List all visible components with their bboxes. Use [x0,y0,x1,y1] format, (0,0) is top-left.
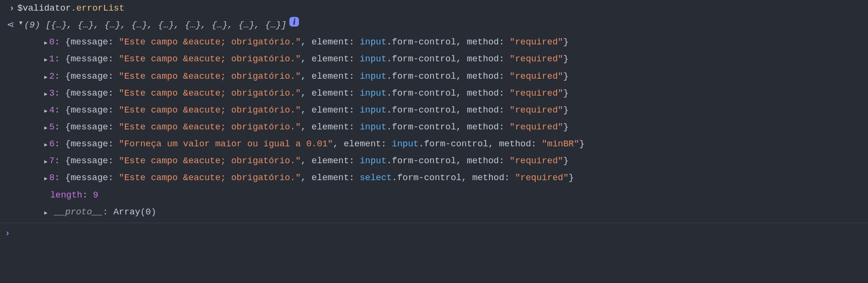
prop-key-message: message: [70,139,119,149]
prop-val-element-tag: input [392,139,419,149]
prop-key-element: element: [312,88,360,99]
prop-key-element: element: [312,71,360,82]
prop-val-method: "minBR" [542,139,579,149]
expand-toggle[interactable]: ▶ [42,54,49,65]
input-prompt-icon: › [3,0,17,17]
prop-val-element-tag: input [360,88,387,99]
prop-val-message: "Este campo &eacute; obrigatório." [119,88,300,99]
prop-key-element: element: [312,37,360,47]
prop-key-method: method: [467,122,510,132]
expand-toggle[interactable]: ▶ [42,207,49,218]
prop-val-method: "required" [510,71,563,82]
info-icon[interactable]: i [289,17,299,27]
prop-val-message: "Este campo &eacute; obrigatório." [119,37,300,47]
array-item-row[interactable]: ▶6: {message: "Forneça um valor maior ou… [0,136,868,153]
prop-key-message: message: [70,88,119,99]
prop-key-method: method: [467,37,510,47]
expand-toggle[interactable]: ▶ [42,139,49,150]
array-item-row[interactable]: ▶7: {message: "Este campo &eacute; obrig… [0,153,868,170]
prop-val-element-tag: input [360,54,387,64]
prop-val-method: "required" [510,88,563,99]
prop-val-element-tag: input [360,71,387,82]
prop-val-element-class: .form-control [419,139,488,149]
prop-val-element-tag: input [360,122,387,132]
prop-val-message: "Forneça um valor maior ou igual a 0.01" [119,139,333,149]
expand-toggle[interactable]: ▶ [42,156,49,167]
item-index: 6 [49,139,54,149]
prop-key-message: message: [70,105,119,115]
array-proto-row[interactable]: ▶ __proto__: Array(0) [0,204,868,221]
prop-val-method: "required" [510,105,563,115]
prop-val-element-class: .form-control [386,156,456,166]
prop-val-element-tag: select [360,173,392,183]
prop-val-method: "required" [515,173,569,183]
prop-val-element-tag: input [360,156,387,166]
prop-key-message: message: [70,37,119,47]
prop-key-method: method: [467,88,510,99]
prop-key-method: method: [467,71,510,82]
item-index: 4 [49,105,54,115]
prop-key-element: element: [312,122,360,132]
array-length-row: length: 9 [0,187,868,204]
prop-val-method: "required" [510,37,563,47]
array-item-row[interactable]: ▶3: {message: "Este campo &eacute; obrig… [0,85,868,102]
expand-toggle[interactable]: ▼ [17,17,24,29]
prop-val-element-class: .form-control [386,88,456,99]
console-input-expression[interactable]: $validator.errorList [17,0,124,17]
prop-val-element-class: .form-control [386,37,456,47]
prop-val-method: "required" [510,54,563,64]
console-input-line: › $validator.errorList [0,0,868,17]
item-index: 7 [49,156,54,166]
prop-key-element: element: [312,105,360,115]
array-item-row[interactable]: ▶8: {message: "Este campo &eacute; obrig… [0,170,868,186]
expand-toggle[interactable]: ▶ [42,105,49,116]
prop-val-method: "required" [510,156,563,166]
prop-key-message: message: [70,71,119,82]
prop-val-element-class: .form-control [386,105,456,115]
expand-toggle[interactable]: ▶ [42,122,49,133]
prop-val-element-class: .form-control [392,173,461,183]
prop-val-element-tag: input [360,105,387,115]
item-index: 0 [49,37,54,47]
prop-val-message: "Este campo &eacute; obrigatório." [119,173,300,183]
expand-toggle[interactable]: ▶ [42,37,49,48]
prop-key-method: method: [499,139,542,149]
item-index: 8 [49,173,54,183]
item-index: 3 [49,88,54,99]
prop-val-message: "Este campo &eacute; obrigatório." [119,54,300,64]
expand-toggle[interactable]: ▶ [42,88,49,99]
item-index: 2 [49,71,54,82]
output-indicator-icon: ⋖ [3,17,17,34]
console-new-prompt[interactable]: › [0,223,868,244]
item-index: 1 [49,54,54,64]
prop-val-message: "Este campo &eacute; obrigatório." [119,122,300,132]
prop-val-element-class: .form-control [386,71,456,82]
array-item-row[interactable]: ▶0: {message: "Este campo &eacute; obrig… [0,34,868,51]
prop-key-message: message: [70,54,119,64]
array-item-row[interactable]: ▶4: {message: "Este campo &eacute; obrig… [0,102,868,119]
expand-toggle[interactable]: ▶ [42,173,49,184]
prop-val-message: "Este campo &eacute; obrigatório." [119,156,300,166]
array-item-row[interactable]: ▶2: {message: "Este campo &eacute; obrig… [0,68,868,85]
prop-key-element: element: [312,173,360,183]
prop-key-method: method: [467,105,510,115]
array-item-row[interactable]: ▶5: {message: "Este campo &eacute; obrig… [0,119,868,136]
array-items: ▶0: {message: "Este campo &eacute; obrig… [0,34,868,186]
input-prompt-icon: › [3,225,10,242]
array-summary[interactable]: (9) [{…}, {…}, {…}, {…}, {…}, {…}, {…}, … [24,17,286,34]
prop-val-element-tag: input [360,37,387,47]
prop-key-message: message: [70,156,119,166]
array-item-row[interactable]: ▶1: {message: "Este campo &eacute; obrig… [0,51,868,68]
expand-toggle[interactable]: ▶ [42,71,49,83]
prop-key-method: method: [467,156,510,166]
prop-val-message: "Este campo &eacute; obrigatório." [119,71,300,82]
prop-val-element-class: .form-control [386,54,456,64]
prop-key-element: element: [312,54,360,64]
prop-key-message: message: [70,173,119,183]
item-index: 5 [49,122,54,132]
prop-key-message: message: [70,122,119,132]
prop-key-element: element: [344,139,392,149]
prop-key-element: element: [312,156,360,166]
console-result-line: ⋖ ▼ (9) [{…}, {…}, {…}, {…}, {…}, {…}, {… [0,17,868,34]
prop-val-element-class: .form-control [386,122,456,132]
